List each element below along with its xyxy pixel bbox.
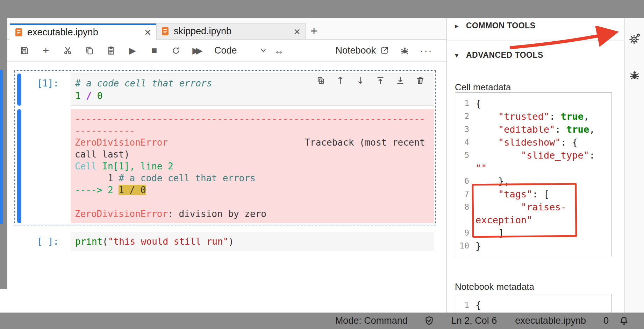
json-token: } [475,240,481,251]
background-window-corner [0,289,7,313]
json-token [475,137,498,148]
cell-type-dropdown[interactable]: Code [214,45,267,56]
right-sidebar [624,18,644,313]
metadata-line: 2 "trusted": true, [455,110,611,123]
bell-icon[interactable] [618,315,629,326]
line-number: 8 [455,201,473,214]
metadata-line: 1{ [455,97,611,110]
json-token [475,111,498,122]
json-token: "editable" [498,124,555,135]
move-cell-up-icon[interactable]: ↑ [336,76,345,85]
metadata-line: 3 "editable": true, [455,123,611,136]
status-bar: Mode: Command Ln 2, Col 6 executable.ipy… [0,313,644,329]
code-token: ( [102,236,108,247]
tab-skipped-ipynb[interactable]: skipped.ipynb × [156,23,306,39]
code-cell-empty[interactable]: [ ]: print("this would still run") [15,232,446,251]
json-token: "slideshow" [498,137,561,148]
json-token: "" [475,163,487,174]
traceback-blank-line [75,196,427,208]
mode-indicator[interactable]: Mode: Command [335,315,408,326]
tab-label: executable.ipynb [27,27,144,38]
line-number: 1 [455,97,473,110]
cursor-position[interactable]: Ln 2, Col 6 [451,315,497,326]
trust-shield-check-icon [424,315,435,326]
code-token: ) [228,236,234,247]
notebook-content: [1]: # a code cell that errors 1 / 0 ↑ ↓ [7,62,446,313]
output-collapser[interactable] [17,109,21,223]
line-number: 7 [455,188,473,201]
traceback-text: Cell [75,161,102,172]
json-token: , [584,111,589,122]
metadata-line: 10} [455,239,611,252]
notebook-file-icon [15,28,22,37]
code-string: "this would still run" [108,236,228,247]
error-output: ----------------------------------------… [71,109,434,223]
code-cell-active[interactable]: [1]: # a code cell that errors 1 / 0 ↑ ↓ [14,70,436,225]
metadata-line: 4 "slideshow": { [455,136,611,149]
traceback-text: # a code cell that errors [119,173,255,183]
code-line: print("this would still run") [75,235,430,248]
desktop: executable.ipynb × skipped.ipynb × + + ▶… [0,0,644,329]
json-token: : { [561,137,578,148]
copy-button[interactable] [84,46,94,55]
notification-count[interactable]: 0 [603,315,609,326]
interrupt-kernel-button[interactable]: ■ [149,46,159,55]
traceback-text [168,137,305,148]
tab-executable-ipynb[interactable]: executable.ipynb × [10,23,156,40]
insert-cell-above-icon[interactable] [375,76,385,85]
debugger-toggle-icon[interactable] [400,46,409,55]
external-link-icon [380,46,389,55]
json-code: } [473,239,481,252]
open-in-notebook-button[interactable]: Notebook [335,45,389,56]
notebook-file-icon [162,27,169,36]
cell-type-value: Code [214,45,237,56]
json-token [475,124,498,135]
metadata-line: 1{ [455,299,611,312]
run-button[interactable]: ▶ [128,46,137,55]
code-line: 1 / 0 [75,90,430,102]
move-cell-down-icon[interactable]: ↓ [356,76,365,85]
more-commands-button[interactable]: ··· [421,46,431,55]
traceback-separator: ----------------------------------------… [75,113,427,136]
traceback-text: In[1], line 2 [102,161,173,172]
metadata-line: 5 "slide_type": [455,149,611,162]
horizontal-arrows-icon[interactable]: ↔ [273,46,285,55]
cell-code-editor[interactable]: print("this would still run") [71,232,434,251]
insert-cell-button[interactable]: + [41,46,51,55]
line-number: 3 [455,123,473,136]
duplicate-cell-icon[interactable] [316,76,325,85]
restart-kernel-button[interactable] [171,46,181,55]
insert-cell-below-icon[interactable] [395,76,405,85]
tab-label: skipped.ipynb [174,26,294,37]
json-code: "editable": true, [473,123,595,136]
close-tab-icon[interactable]: × [294,26,300,37]
notebook-toolbar: + ▶ ■ ▶▶ Code ↔ Notebook ··· [7,40,446,62]
json-token: { [475,98,481,109]
code-token: / [81,91,97,101]
json-code: "slideshow": { [473,136,578,149]
cell-code-editor[interactable]: # a code cell that errors 1 / 0 ↑ ↓ [71,74,434,106]
delete-cell-icon[interactable] [415,76,425,85]
cut-button[interactable] [63,46,72,55]
interface-label: Notebook [335,45,376,56]
annotation-arrow [506,26,627,52]
new-tab-button[interactable]: + [306,23,322,39]
settings-gear-icon[interactable] [629,33,641,45]
traceback-header: ZeroDivisionError Traceback (most recent… [75,136,427,160]
close-tab-icon[interactable]: × [144,27,151,38]
caret-down-icon: ▾ [455,51,463,59]
traceback-text: : division by zero [168,209,266,219]
input-collapser[interactable] [17,74,21,106]
line-number: 6 [455,175,473,188]
paste-button[interactable] [106,46,116,55]
notebook-metadata-editor[interactable]: 1{ [455,294,612,313]
restart-run-all-button[interactable]: ▶▶ [193,46,202,55]
traceback-text: 1 [75,173,119,183]
save-button[interactable] [19,46,29,55]
json-token: true [566,124,589,135]
json-token [475,150,521,161]
execution-prompt: [1]: [15,74,71,106]
active-file-name: executable.ipynb [515,315,586,326]
debugger-bug-icon[interactable] [629,69,641,81]
caret-right-icon: ▸ [455,22,463,30]
